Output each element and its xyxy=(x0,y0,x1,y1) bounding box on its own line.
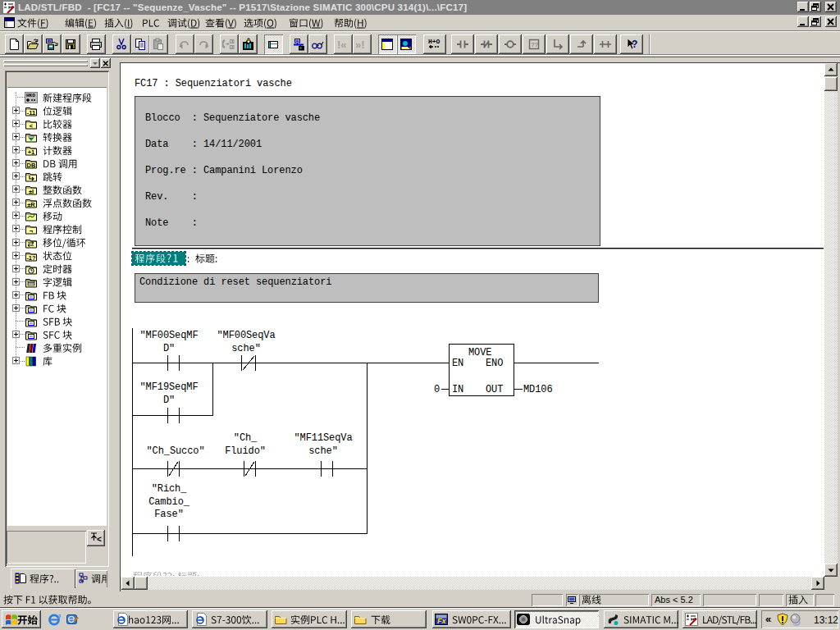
svg-text:<: < xyxy=(97,535,102,544)
svg-text:H+O: H+O xyxy=(428,38,441,45)
svg-text:??: ?? xyxy=(531,41,538,48)
svg-text:±I: ±I xyxy=(29,188,34,195)
svg-text:Fx: Fx xyxy=(437,617,446,625)
svg-text:±R: ±R xyxy=(27,201,35,208)
svg-text:+1: +1 xyxy=(28,148,35,156)
svg-text:DB: DB xyxy=(27,162,36,169)
svg-text:»!: »! xyxy=(355,39,365,51)
svg-text:-11: -11 xyxy=(27,109,35,116)
svg-text:?: ? xyxy=(632,39,637,50)
svg-text:-1?: -1? xyxy=(26,254,36,262)
svg-text:HKO: HKO xyxy=(26,93,35,98)
svg-text:!«: !« xyxy=(337,39,347,51)
svg-text:¬: ¬ xyxy=(30,227,34,235)
svg-text:<: < xyxy=(30,122,34,130)
